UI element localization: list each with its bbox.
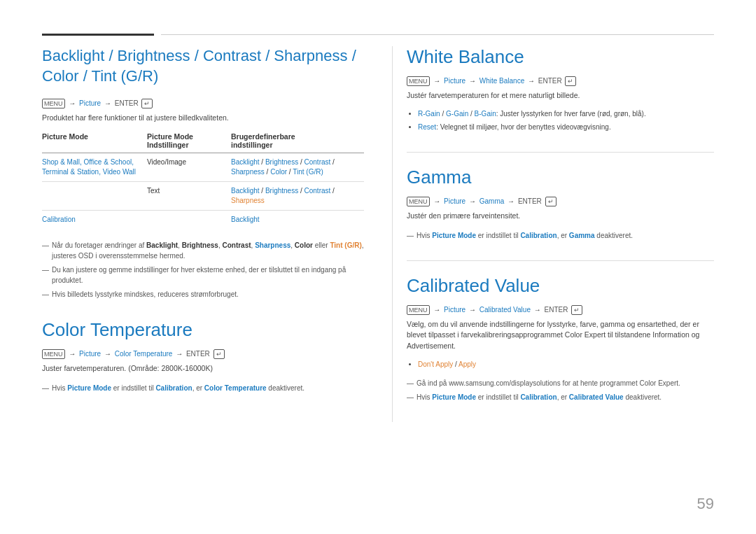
color-temp-menu-path: MENU → Picture → Color Temperature → ENT… — [42, 349, 364, 359]
menu-icon-wb: MENU — [407, 76, 430, 86]
calibrated-value-footnote-1: Gå ind på www.samsung.com/displaysolutio… — [407, 378, 714, 388]
calibrated-value-section: Calibrated Value MENU → Picture → Calibr… — [407, 275, 714, 402]
calibrated-value-bullets: Don't Apply / Apply — [418, 359, 714, 370]
top-border-right — [161, 34, 714, 35]
calibrated-value-footnotes: Gå ind på www.samsung.com/displaysolutio… — [407, 378, 714, 402]
color-temp-description: Juster farvetemperaturen. (Område: 2800K… — [42, 363, 364, 374]
main-content: Backlight / Brightness / Contrast / Shar… — [42, 46, 714, 422]
picture-link: Picture — [79, 99, 101, 107]
white-balance-section: White Balance MENU → Picture → White Bal… — [407, 46, 714, 132]
cell-brugerd-2: Backlight / Brightness / Contrast / Shar… — [231, 186, 364, 206]
calibrated-value-footnote-2: Hvis Picture Mode er indstillet til Cali… — [407, 392, 714, 402]
menu-icon: MENU — [42, 99, 65, 108]
footnote-3: Hvis billedets lysstyrke mindskes, reduc… — [42, 289, 364, 300]
enter-icon-gamma: ↵ — [545, 197, 556, 206]
table-row: Shop & Mall, Office & School,Terminal & … — [42, 153, 364, 182]
backlight-menu-path: MENU → Picture → ENTER ↵ — [42, 99, 364, 108]
color-temp-footnote: Hvis Picture Mode er indstillet til Cali… — [42, 383, 364, 393]
cell-brugerd-3: Backlight — [231, 215, 364, 225]
divider-2 — [407, 260, 714, 261]
enter-icon-wb: ↵ — [565, 76, 576, 86]
col-header-brugerd: Brugerdefinerbareindstillinger — [231, 132, 364, 149]
gamma-footnote: Hvis Picture Mode er indstillet til Cali… — [407, 230, 714, 241]
divider-1 — [407, 152, 714, 153]
col-header-indst: Picture ModeIndstillinger — [147, 132, 231, 149]
menu-icon-gamma: MENU — [407, 197, 430, 206]
gamma-title: Gamma — [407, 167, 714, 188]
left-column: Backlight / Brightness / Contrast / Shar… — [42, 46, 364, 422]
menu-icon-ct: MENU — [42, 349, 65, 359]
bullet-item: R-Gain / G-Gain / B-Gain: Juster lysstyr… — [418, 108, 714, 119]
menu-icon-cv: MENU — [407, 305, 430, 315]
white-balance-bullets: R-Gain / G-Gain / B-Gain: Juster lysstyr… — [418, 108, 714, 132]
calibrated-value-description: Vælg, om du vil anvende indstillingerne … — [407, 319, 714, 352]
picture-mode-table: Picture Mode Picture ModeIndstillinger B… — [42, 132, 364, 229]
top-border-left — [42, 34, 154, 36]
enter-icon-cv: ↵ — [571, 305, 582, 315]
color-temp-footnotes: Hvis Picture Mode er indstillet til Cali… — [42, 383, 364, 393]
footnotes-section: Når du foretager ændringer af Backlight,… — [42, 240, 364, 300]
gamma-menu-path: MENU → Picture → Gamma → ENTER ↵ — [407, 197, 714, 206]
cell-brugerd-1: Backlight / Brightness / Contrast / Shar… — [231, 157, 364, 177]
gamma-section: Gamma MENU → Picture → Gamma → ENTER ↵ J… — [407, 167, 714, 241]
main-title: Backlight / Brightness / Contrast / Shar… — [42, 46, 364, 86]
table-row: Calibration Backlight — [42, 211, 364, 229]
table-row: Text Backlight / Brightness / Contrast /… — [42, 182, 364, 211]
white-balance-menu-path: MENU → Picture → White Balance → ENTER ↵ — [407, 76, 714, 86]
calibrated-value-title: Calibrated Value — [407, 275, 714, 297]
table-header: Picture Mode Picture ModeIndstillinger B… — [42, 132, 364, 153]
cell-mode-3: Calibration — [42, 215, 147, 225]
page: Backlight / Brightness / Contrast / Shar… — [0, 0, 756, 534]
cell-mode-1: Shop & Mall, Office & School,Terminal & … — [42, 157, 147, 177]
enter-icon: ↵ — [141, 99, 153, 108]
bullet-item: Don't Apply / Apply — [418, 359, 714, 370]
white-balance-description: Justér farvetemperaturen for et mere nat… — [407, 90, 714, 101]
footnote-2: Du kan justere og gemme indstillinger fo… — [42, 265, 364, 286]
right-column: White Balance MENU → Picture → White Bal… — [392, 46, 714, 422]
footnote-1: Når du foretager ændringer af Backlight,… — [42, 240, 364, 261]
color-temp-title: Color Temperature — [42, 319, 364, 341]
gamma-footnotes: Hvis Picture Mode er indstillet til Cali… — [407, 230, 714, 241]
calibrated-value-menu-path: MENU → Picture → Calibrated Value → ENTE… — [407, 305, 714, 315]
enter-icon-ct: ↵ — [214, 349, 225, 359]
page-number: 59 — [697, 495, 714, 513]
white-balance-title: White Balance — [407, 46, 714, 68]
col-header-mode: Picture Mode — [42, 132, 147, 149]
enter-text: ENTER — [115, 99, 141, 107]
color-temperature-section: Color Temperature MENU → Picture → Color… — [42, 319, 364, 393]
gamma-description: Justér den primære farveintensitet. — [407, 211, 714, 222]
bullet-item: Reset: Velegnet til miljøer, hvor der be… — [418, 122, 714, 132]
backlight-description: Produktet har flere funktioner til at ju… — [42, 113, 364, 124]
top-decoration — [42, 28, 714, 36]
cell-indst-1: Video/Image — [147, 157, 231, 167]
cell-indst-2: Text — [147, 186, 231, 196]
